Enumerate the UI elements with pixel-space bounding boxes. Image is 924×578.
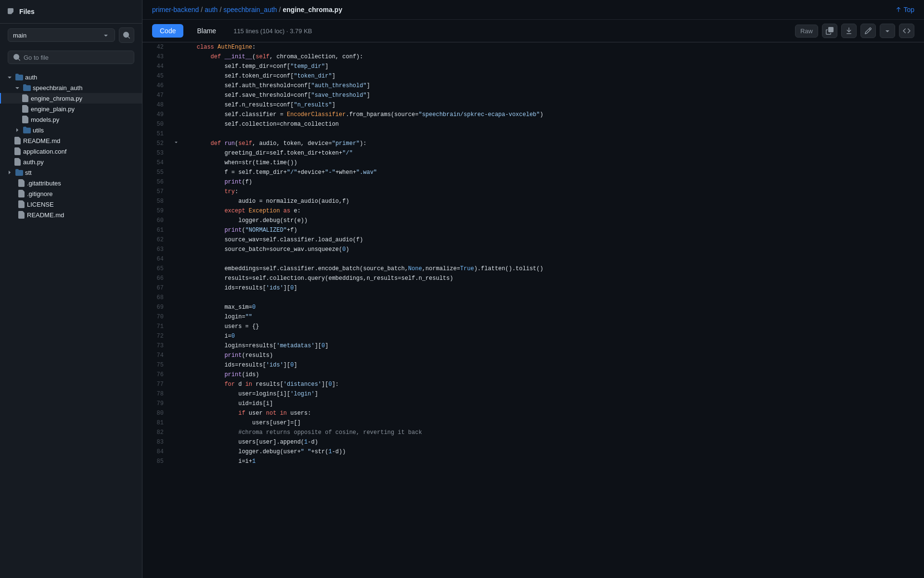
line-number[interactable]: 55 (142, 168, 171, 177)
file-name-license: LICENSE (27, 201, 54, 208)
line-number[interactable]: 54 (142, 158, 171, 168)
line-code: audio = normalize_audio(audio,f) (181, 197, 924, 206)
collapse-icon[interactable] (173, 139, 179, 145)
more-options-button[interactable] (880, 24, 895, 38)
line-number[interactable]: 69 (142, 302, 171, 312)
line-expand (171, 380, 181, 389)
line-code: ids=results['ids'][0] (181, 360, 924, 370)
line-number[interactable]: 57 (142, 187, 171, 197)
line-number[interactable]: 58 (142, 197, 171, 206)
tree-item-readme-auth[interactable]: README.md (0, 135, 142, 146)
tree-item-readme-root[interactable]: README.md (0, 210, 142, 220)
go-to-file-button[interactable]: Go to file (8, 51, 134, 64)
tree-item-engine-chroma[interactable]: engine_chroma.py (0, 93, 142, 104)
table-row: 84 logger.debug(user+" "+str(1-d)) (142, 447, 924, 457)
line-number[interactable]: 82 (142, 428, 171, 437)
breadcrumb-speechbrain-auth[interactable]: speechbrain_auth (223, 6, 277, 13)
copy-button[interactable] (822, 24, 837, 38)
line-number[interactable]: 77 (142, 380, 171, 389)
line-number[interactable]: 53 (142, 148, 171, 158)
file-name-models: models.py (31, 116, 59, 123)
line-number[interactable]: 45 (142, 71, 171, 81)
line-code: users[user]=[] (181, 418, 924, 428)
search-button[interactable] (119, 27, 134, 43)
tree-item-engine-plain[interactable]: engine_plain.py (0, 104, 142, 114)
line-code: self.n_results=conf["n_results"] (181, 100, 924, 110)
line-number[interactable]: 68 (142, 293, 171, 302)
line-number[interactable]: 79 (142, 399, 171, 408)
line-number[interactable]: 71 (142, 322, 171, 331)
line-number[interactable]: 84 (142, 447, 171, 457)
line-expand (171, 408, 181, 418)
line-number[interactable]: 83 (142, 437, 171, 447)
tab-blame[interactable]: Blame (189, 24, 224, 38)
line-number[interactable]: 42 (142, 42, 171, 52)
line-number[interactable]: 78 (142, 389, 171, 399)
edit-button[interactable] (860, 24, 876, 38)
line-number[interactable]: 67 (142, 283, 171, 293)
file-size: 3.79 KB (290, 27, 312, 35)
table-row: 56 print(f) (142, 177, 924, 187)
breadcrumb-auth[interactable]: auth (205, 6, 218, 13)
file-actions: Raw (795, 24, 914, 38)
line-code: self.token_dir=conf["token_dir"] (181, 71, 924, 81)
line-number[interactable]: 49 (142, 110, 171, 119)
download-button[interactable] (841, 24, 857, 38)
line-number[interactable]: 81 (142, 418, 171, 428)
table-row: 70 login="" (142, 312, 924, 322)
line-number[interactable]: 62 (142, 235, 171, 245)
table-row: 80 if user not in users: (142, 408, 924, 418)
line-number[interactable]: 56 (142, 177, 171, 187)
line-number[interactable]: 65 (142, 264, 171, 274)
symbols-button[interactable] (899, 24, 914, 38)
line-number[interactable]: 48 (142, 100, 171, 110)
line-code: f = self.temp_dir+"/"+device+"-"+when+".… (181, 168, 924, 177)
line-number[interactable]: 70 (142, 312, 171, 322)
line-number[interactable]: 63 (142, 245, 171, 254)
code-area[interactable]: 42 class AuthEngine: 43 def __init__(sel… (142, 42, 924, 578)
table-row: 85 i=i+1 (142, 457, 924, 466)
line-number[interactable]: 51 (142, 129, 171, 139)
line-number[interactable]: 52 (142, 139, 171, 148)
line-code: source_wav=self.classifier.load_audio(f) (181, 235, 924, 245)
line-number[interactable]: 76 (142, 370, 171, 380)
table-row: 77 for d in results['distances'][0]: (142, 380, 924, 389)
tree-item-stt[interactable]: stt (0, 167, 142, 178)
line-number[interactable]: 80 (142, 408, 171, 418)
tree-item-license[interactable]: LICENSE (0, 199, 142, 210)
line-number[interactable]: 43 (142, 52, 171, 62)
tree-item-application-conf[interactable]: application.conf (0, 146, 142, 157)
tree-item-speechbrain-auth[interactable]: speechbrain_auth (0, 82, 142, 93)
tree-item-auth[interactable]: auth (0, 72, 142, 82)
breadcrumb-primer-backend[interactable]: primer-backend (152, 6, 199, 13)
line-code: self.save_threshold=conf["save_threshold… (181, 91, 924, 100)
tree-item-auth-py[interactable]: auth.py (0, 157, 142, 167)
line-expand (171, 447, 181, 457)
line-number[interactable]: 64 (142, 254, 171, 264)
top-link[interactable]: Top (896, 6, 914, 13)
line-number[interactable]: 73 (142, 341, 171, 351)
line-number[interactable]: 47 (142, 91, 171, 100)
line-number[interactable]: 61 (142, 225, 171, 235)
tree-item-models[interactable]: models.py (0, 114, 142, 125)
raw-button[interactable]: Raw (795, 25, 818, 38)
line-code: try: (181, 187, 924, 197)
line-number[interactable]: 50 (142, 119, 171, 129)
file-name-engine-plain: engine_plain.py (31, 105, 75, 113)
line-number[interactable]: 66 (142, 274, 171, 283)
tree-item-utils[interactable]: utils (0, 125, 142, 135)
line-code: print(f) (181, 177, 924, 187)
tree-item-gitattributes[interactable]: .gitattributes (0, 178, 142, 188)
line-number[interactable]: 44 (142, 62, 171, 71)
line-number[interactable]: 75 (142, 360, 171, 370)
line-number[interactable]: 85 (142, 457, 171, 466)
tab-code[interactable]: Code (152, 24, 183, 38)
line-number[interactable]: 72 (142, 331, 171, 341)
line-number[interactable]: 46 (142, 81, 171, 91)
line-number[interactable]: 74 (142, 351, 171, 360)
branch-selector[interactable]: main (8, 28, 115, 42)
line-number[interactable]: 60 (142, 216, 171, 225)
file-icon (17, 211, 25, 219)
line-number[interactable]: 59 (142, 206, 171, 216)
tree-item-gitignore[interactable]: .gitignore (0, 188, 142, 199)
